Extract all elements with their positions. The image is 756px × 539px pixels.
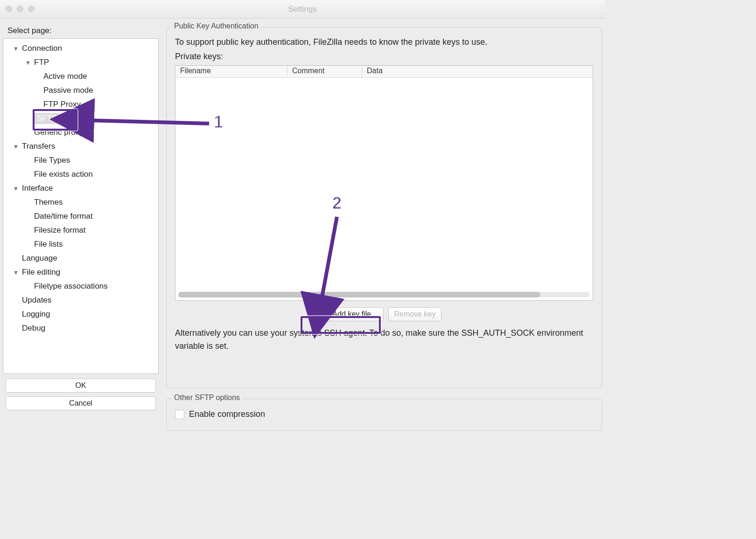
tree-item-label: Themes xyxy=(34,198,63,207)
tree-item-label: Date/time format xyxy=(34,212,93,221)
tree-item-label: File exists action xyxy=(34,170,93,179)
tree-item-ftp-proxy[interactable]: FTP Proxy xyxy=(3,97,158,111)
enable-compression-label: Enable compression xyxy=(189,409,265,419)
remove-key-button[interactable]: Remove key xyxy=(388,307,442,321)
tree-item-label: Language xyxy=(22,254,57,263)
group-title: Public Key Authentication xyxy=(171,22,261,30)
private-keys-table[interactable]: Filename Comment Data xyxy=(175,65,593,301)
tree-item-label: SFTP xyxy=(34,113,60,124)
tree-item-logging[interactable]: Logging xyxy=(3,307,158,321)
tree-item-file-lists[interactable]: File lists xyxy=(3,237,158,251)
tree-item-label: Logging xyxy=(22,310,50,319)
column-data[interactable]: Data xyxy=(362,66,593,77)
enable-compression-checkbox[interactable] xyxy=(175,410,184,419)
tree-item-label: Filesize format xyxy=(34,226,86,235)
tree-item-label: Filetype associations xyxy=(34,282,108,291)
other-sftp-options-group: Other SFTP options Enable compression xyxy=(166,399,602,431)
tree-item-filesize-format[interactable]: Filesize format xyxy=(3,223,158,237)
tree-item-label: File Types xyxy=(34,156,70,165)
tree-item-label: FTP xyxy=(34,58,49,67)
tree-item-label: File lists xyxy=(34,240,63,249)
chevron-down-icon[interactable]: ▼ xyxy=(12,269,20,276)
add-key-file-button[interactable]: Add key file... xyxy=(327,307,384,321)
column-comment[interactable]: Comment xyxy=(287,66,362,77)
tree-item-file-exists-action[interactable]: File exists action xyxy=(3,167,158,181)
description-text: To support public key authentication, Fi… xyxy=(175,36,593,49)
tree-item-label: Interface xyxy=(22,184,53,193)
tree-item-file-types[interactable]: File Types xyxy=(3,153,158,167)
public-key-auth-group: Public Key Authentication To support pub… xyxy=(166,27,602,388)
window-title: Settings xyxy=(288,5,316,14)
cancel-button[interactable]: Cancel xyxy=(6,396,156,410)
tree-item-label: Connection xyxy=(22,44,62,53)
chevron-down-icon[interactable]: ▼ xyxy=(24,59,32,66)
tree-item-label: FTP Proxy xyxy=(43,100,81,109)
horizontal-scrollbar[interactable] xyxy=(178,292,590,297)
ssh-agent-note: Alternatively you can use your system's … xyxy=(175,327,593,353)
tree-item-filetype-associations[interactable]: Filetype associations xyxy=(3,279,158,293)
tree-item-interface[interactable]: ▼Interface xyxy=(3,181,158,195)
chevron-down-icon[interactable]: ▼ xyxy=(12,185,20,192)
column-filename[interactable]: Filename xyxy=(175,66,287,77)
tree-item-updates[interactable]: Updates xyxy=(3,293,158,307)
tree-item-debug[interactable]: Debug xyxy=(3,321,158,335)
tree-item-label: Updates xyxy=(22,296,51,305)
tree-item-active-mode[interactable]: Active mode xyxy=(3,69,158,83)
ok-button[interactable]: OK xyxy=(6,379,156,393)
tree-item-date-time-format[interactable]: Date/time format xyxy=(3,209,158,223)
zoom-icon[interactable] xyxy=(28,6,35,12)
chevron-down-icon[interactable]: ▼ xyxy=(12,143,20,150)
tree-item-sftp[interactable]: SFTP xyxy=(3,111,158,125)
window-controls xyxy=(6,6,35,12)
tree-item-label: File editing xyxy=(22,268,60,277)
tree-item-file-editing[interactable]: ▼File editing xyxy=(3,265,158,279)
chevron-down-icon[interactable]: ▼ xyxy=(12,45,20,52)
other-options-title: Other SFTP options xyxy=(171,394,243,402)
titlebar: Settings xyxy=(0,0,605,19)
private-keys-label: Private keys: xyxy=(175,52,593,62)
tree-item-label: Debug xyxy=(22,324,45,333)
tree-item-language[interactable]: Language xyxy=(3,251,158,265)
tree-item-generic-proxy[interactable]: Generic proxy xyxy=(3,125,158,139)
tree-item-label: Transfers xyxy=(22,142,55,151)
tree-item-label: Active mode xyxy=(43,72,87,81)
tree-item-connection[interactable]: ▼Connection xyxy=(3,41,158,55)
tree-item-label: Generic proxy xyxy=(34,128,84,137)
tree-item-label: Passive mode xyxy=(43,86,93,95)
tree-item-transfers[interactable]: ▼Transfers xyxy=(3,139,158,153)
close-icon[interactable] xyxy=(6,6,12,12)
tree-item-ftp[interactable]: ▼FTP xyxy=(3,55,158,69)
tree-item-passive-mode[interactable]: Passive mode xyxy=(3,83,158,97)
settings-tree[interactable]: ▼Connection▼FTPActive modePassive modeFT… xyxy=(3,38,159,374)
tree-item-themes[interactable]: Themes xyxy=(3,195,158,209)
select-page-label: Select page: xyxy=(3,21,159,38)
minimize-icon[interactable] xyxy=(17,6,23,12)
